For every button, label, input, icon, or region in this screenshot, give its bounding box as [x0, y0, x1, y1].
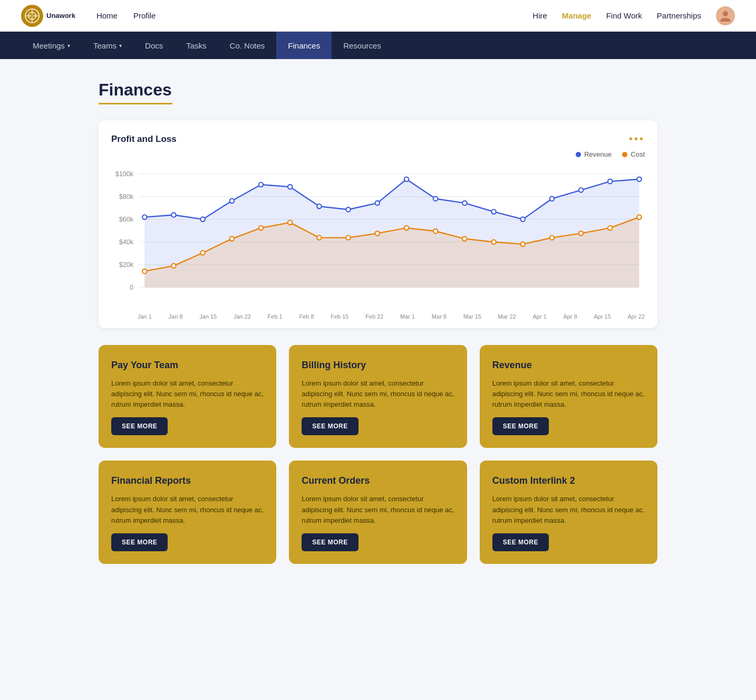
chart-x-label: Jan 8 — [169, 313, 183, 320]
main-content: Finances Profit and Loss ••• Revenue Cos… — [88, 59, 668, 598]
finance-card-title-5: Custom Interlink 2 — [492, 475, 645, 486]
finance-card-title-1: Billing History — [302, 360, 454, 371]
svg-point-20 — [259, 183, 263, 187]
finance-card-desc-5: Lorem ipsum dolor sit amet, consectetur … — [492, 494, 645, 525]
svg-point-34 — [142, 269, 147, 274]
logo-icon — [21, 5, 43, 27]
finance-card-desc-3: Lorem ipsum dolor sit amet, consectetur … — [111, 494, 264, 525]
finance-card-desc-0: Lorem ipsum dolor sit amet, consectetur … — [111, 378, 264, 410]
finance-card-1: Billing HistoryLorem ipsum dolor sit ame… — [289, 345, 467, 448]
page-title: Finances — [99, 80, 657, 100]
svg-point-19 — [230, 199, 234, 204]
see-more-button-3[interactable]: SEE MORE — [111, 533, 168, 551]
svg-point-38 — [259, 226, 263, 231]
legend-cost-label: Cost — [631, 150, 645, 158]
svg-point-23 — [346, 207, 350, 212]
revenue-dot-icon — [576, 152, 581, 157]
chart-x-label: Feb 15 — [331, 313, 348, 320]
finance-card-4: Current OrdersLorem ipsum dolor sit amet… — [289, 461, 467, 563]
chart-title: Profit and Loss — [111, 134, 177, 145]
svg-point-3 — [723, 11, 728, 16]
finance-cards-top: Pay Your TeamLorem ipsum dolor sit amet,… — [99, 345, 657, 448]
svg-point-31 — [579, 188, 583, 193]
see-more-button-0[interactable]: SEE MORE — [111, 417, 168, 435]
svg-point-28 — [491, 209, 496, 214]
nav-right: Hire Manage Find Work Partnerships — [532, 6, 735, 25]
chart-x-label: Apr 22 — [628, 313, 645, 320]
sub-navigation: Meetings ▾ Teams ▾ Docs Tasks Co. Notes … — [0, 32, 756, 59]
svg-point-32 — [608, 179, 612, 184]
finance-cards-bottom: Financial ReportsLorem ipsum dolor sit a… — [99, 461, 657, 563]
finance-card-title-0: Pay Your Team — [111, 360, 264, 371]
subnav-docs[interactable]: Docs — [133, 32, 175, 59]
finance-card-5: Custom Interlink 2Lorem ipsum dolor sit … — [480, 461, 657, 563]
chart-header: Profit and Loss ••• — [111, 133, 645, 145]
nav-profile[interactable]: Profile — [133, 11, 156, 20]
svg-point-40 — [317, 235, 321, 240]
svg-text:0: 0 — [130, 283, 133, 291]
chart-svg-area: 0 $20k $40k $60k $80k $100k — [111, 162, 645, 310]
chart-x-label: Jan 1 — [138, 313, 152, 320]
subnav-resources[interactable]: Resources — [332, 32, 393, 59]
see-more-button-2[interactable]: SEE MORE — [492, 417, 549, 435]
chart-x-label: Feb 1 — [268, 313, 283, 320]
chart-options-button[interactable]: ••• — [629, 133, 645, 145]
nav-manage[interactable]: Manage — [562, 11, 592, 20]
chart-x-label: Apr 8 — [563, 313, 577, 320]
see-more-button-5[interactable]: SEE MORE — [492, 533, 549, 551]
nav-hire[interactable]: Hire — [532, 11, 547, 20]
svg-text:$100k: $100k — [115, 170, 134, 178]
svg-point-49 — [579, 231, 583, 236]
svg-point-18 — [200, 217, 205, 222]
finance-card-desc-2: Lorem ipsum dolor sit amet, consectetur … — [492, 378, 645, 410]
svg-point-37 — [230, 236, 234, 241]
cost-dot-icon — [622, 152, 627, 157]
finance-card-title-2: Revenue — [492, 360, 645, 371]
svg-point-17 — [171, 213, 176, 217]
title-underline — [99, 103, 172, 104]
svg-point-45 — [462, 236, 467, 241]
svg-point-48 — [550, 235, 554, 240]
svg-point-22 — [317, 204, 321, 209]
svg-text:$80k: $80k — [119, 193, 134, 200]
chart-x-label: Mar 1 — [400, 313, 415, 320]
svg-point-46 — [491, 239, 496, 244]
chart-x-label: Mar 15 — [463, 313, 481, 320]
finance-card-title-3: Financial Reports — [111, 475, 264, 486]
svg-point-25 — [404, 177, 409, 181]
subnav-finances[interactable]: Finances — [276, 32, 332, 59]
chart-x-label: Feb 8 — [299, 313, 314, 320]
legend-revenue-label: Revenue — [584, 150, 612, 158]
chart-x-label: Jan 22 — [234, 313, 251, 320]
finance-card-2: RevenueLorem ipsum dolor sit amet, conse… — [480, 345, 657, 448]
nav-left: Home Profile — [96, 11, 532, 20]
logo[interactable]: Unawork — [21, 5, 75, 27]
subnav-teams[interactable]: Teams ▾ — [82, 32, 133, 59]
see-more-button-4[interactable]: SEE MORE — [302, 533, 358, 551]
svg-text:$20k: $20k — [119, 261, 134, 269]
svg-point-33 — [637, 177, 641, 181]
finance-card-desc-1: Lorem ipsum dolor sit amet, consectetur … — [302, 378, 454, 410]
nav-partnerships[interactable]: Partnerships — [657, 11, 701, 20]
svg-text:$60k: $60k — [119, 215, 134, 223]
teams-chevron-icon: ▾ — [119, 43, 122, 49]
avatar[interactable] — [716, 6, 735, 25]
nav-find-work[interactable]: Find Work — [606, 11, 642, 20]
subnav-meetings[interactable]: Meetings ▾ — [21, 32, 82, 59]
legend-cost: Cost — [622, 150, 645, 158]
svg-point-44 — [433, 229, 438, 234]
subnav-conotes[interactable]: Co. Notes — [218, 32, 277, 59]
svg-point-26 — [433, 196, 438, 201]
svg-point-39 — [288, 220, 292, 225]
top-navigation: Unawork Home Profile Hire Manage Find Wo… — [0, 0, 756, 32]
svg-point-24 — [375, 201, 380, 206]
finance-card-title-4: Current Orders — [302, 475, 454, 486]
see-more-button-1[interactable]: SEE MORE — [302, 417, 358, 435]
svg-point-41 — [346, 235, 350, 240]
svg-point-29 — [520, 217, 525, 222]
chart-x-label: Mar 8 — [432, 313, 447, 320]
subnav-tasks[interactable]: Tasks — [175, 32, 218, 59]
nav-home[interactable]: Home — [96, 11, 118, 20]
svg-point-21 — [288, 185, 292, 189]
svg-point-43 — [404, 226, 409, 231]
